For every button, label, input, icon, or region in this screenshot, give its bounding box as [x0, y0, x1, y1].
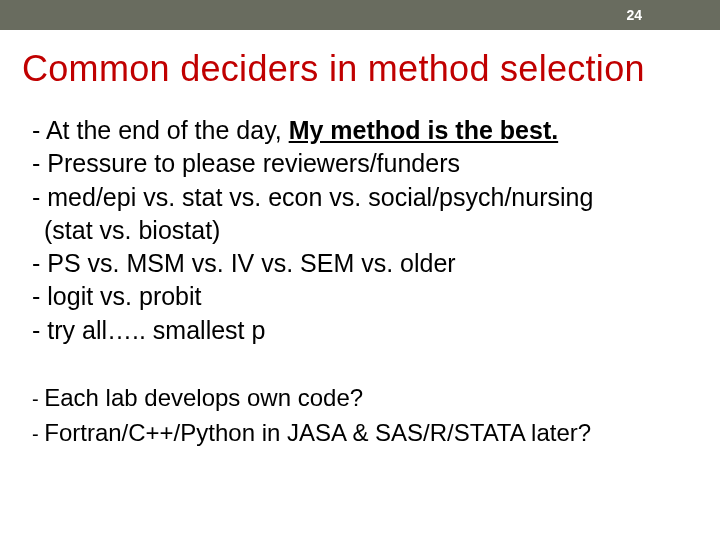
bullet-item: try all….. smallest p — [32, 314, 698, 347]
secondary-bullet-list: Each lab develops own code? Fortran/C++/… — [22, 381, 698, 451]
bullet-item: logit vs. probit — [32, 280, 698, 313]
spacer — [22, 347, 698, 381]
bullet-item: med/epi vs. stat vs. econ vs. social/psy… — [32, 181, 698, 214]
bullet-item: Fortran/C++/Python in JASA & SAS/R/STATA… — [32, 416, 698, 451]
header-bar: 24 — [0, 0, 720, 30]
main-bullet-list: At the end of the day, My method is the … — [22, 114, 698, 214]
page-number: 24 — [626, 7, 642, 23]
bullet-item: Each lab develops own code? — [32, 381, 698, 416]
slide-content: Common deciders in method selection At t… — [0, 30, 720, 450]
bullet-item: Pressure to please reviewers/funders — [32, 147, 698, 180]
bullet-continuation: (stat vs. biostat) — [22, 214, 698, 247]
bullet-item: At the end of the day, My method is the … — [32, 114, 698, 147]
main-bullet-list-cont: PS vs. MSM vs. IV vs. SEM vs. older logi… — [22, 247, 698, 347]
bullet-text-emphasis: My method is the best. — [289, 116, 558, 144]
slide-title: Common deciders in method selection — [22, 48, 698, 90]
bullet-item: PS vs. MSM vs. IV vs. SEM vs. older — [32, 247, 698, 280]
bullet-text-prefix: At the end of the day, — [46, 116, 289, 144]
